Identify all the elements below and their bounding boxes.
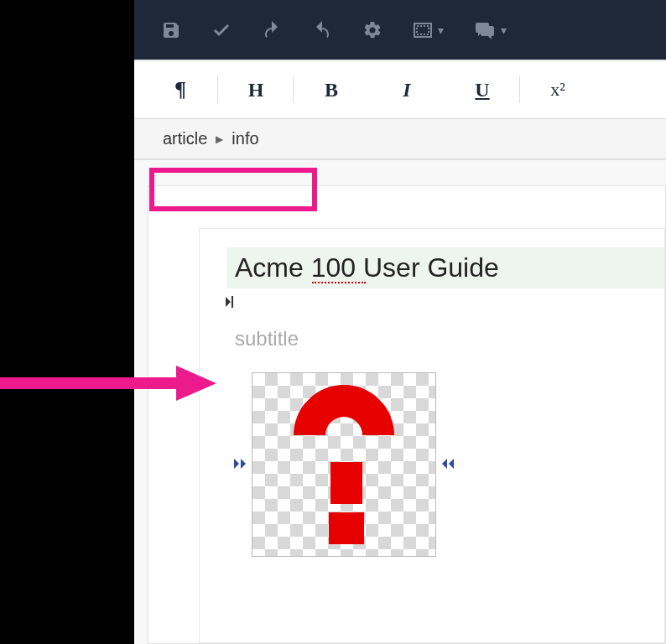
chevron-down-icon: ▾ (438, 23, 444, 37)
superscript-button[interactable]: x² (520, 70, 596, 110)
bold-button[interactable]: B (294, 70, 369, 110)
breadcrumb[interactable]: article ▶ info (151, 124, 271, 153)
breadcrumb-separator-icon: ▶ (216, 133, 223, 145)
top-toolbar: ▾ ▾ (134, 0, 666, 60)
present-dropdown[interactable]: ▾ (413, 22, 444, 39)
question-mark-icon (285, 385, 403, 544)
spellcheck-underline (312, 282, 366, 283)
chat-dropdown[interactable]: ▾ (474, 21, 507, 39)
italic-button[interactable]: I (369, 70, 445, 110)
gear-icon[interactable] (362, 20, 382, 40)
main-content: ▾ ▾ ¶ H B I U x² article ▶ info Acme 100… (134, 0, 666, 644)
check-icon[interactable] (211, 20, 232, 40)
insert-cursor-icon[interactable] (225, 292, 664, 312)
chevron-down-icon: ▾ (501, 23, 507, 37)
image-placeholder[interactable] (252, 372, 436, 557)
article-block: Acme 100 User Guide subtitle (199, 228, 665, 643)
left-sidebar (0, 0, 134, 644)
breadcrumb-item[interactable]: info (232, 129, 258, 148)
image-block (233, 372, 664, 557)
editor-wrapper: Acme 100 User Guide subtitle (134, 159, 666, 644)
subtitle-field[interactable]: subtitle (226, 327, 664, 351)
editor-page: Acme 100 User Guide subtitle (148, 185, 666, 644)
undo-icon[interactable] (262, 20, 282, 40)
redo-icon[interactable] (312, 20, 332, 40)
format-toolbar: ¶ H B I U x² (134, 60, 666, 119)
breadcrumb-item[interactable]: article (163, 129, 207, 148)
svg-rect-1 (417, 26, 429, 34)
image-prev-icon[interactable] (233, 457, 248, 472)
underline-button[interactable]: U (445, 70, 520, 110)
title-field[interactable]: Acme 100 User Guide (226, 247, 664, 288)
paragraph-button[interactable]: ¶ (143, 70, 218, 110)
svg-rect-2 (232, 296, 233, 308)
save-icon[interactable] (161, 20, 181, 40)
breadcrumb-bar: article ▶ info (134, 119, 666, 159)
heading-button[interactable]: H (218, 70, 294, 110)
title-text: Acme 100 User Guide (235, 252, 499, 283)
image-next-icon[interactable] (440, 457, 455, 472)
